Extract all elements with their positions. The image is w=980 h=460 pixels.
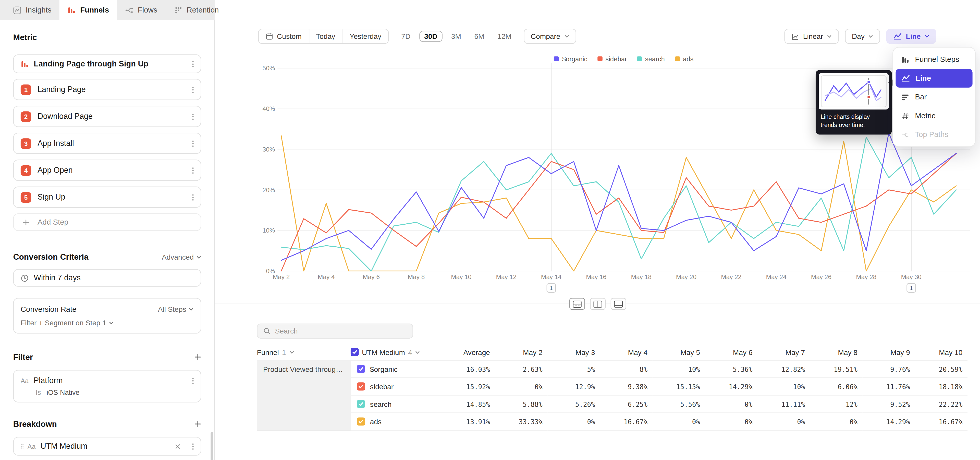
filter-operator[interactable]: Is: [36, 389, 41, 396]
granularity-dropdown[interactable]: Day: [845, 29, 880, 44]
menu-item-line[interactable]: Line: [896, 69, 972, 88]
menu-item-bar[interactable]: Bar: [896, 88, 972, 106]
series-line-ads[interactable]: [281, 136, 956, 271]
series-checkbox[interactable]: [357, 400, 365, 408]
range-6m[interactable]: 6M: [470, 31, 488, 42]
kebab-menu-icon[interactable]: [192, 442, 194, 450]
column-header-may-4[interactable]: May 4: [600, 344, 652, 361]
kebab-menu-icon[interactable]: [192, 166, 194, 174]
sidebar-scrollbar[interactable]: [210, 432, 213, 460]
legend-item-search[interactable]: search: [637, 55, 665, 62]
add-filter-button[interactable]: [194, 354, 201, 361]
menu-item-metric[interactable]: Metric: [896, 106, 972, 125]
cell-value: 5.56%: [652, 396, 705, 413]
kebab-menu-icon[interactable]: [192, 377, 194, 385]
range-3m[interactable]: 3M: [447, 31, 466, 42]
column-header-may-10[interactable]: May 10: [915, 344, 967, 361]
range-group: 7D30D3M6M12M: [397, 31, 516, 42]
layout-toggle-group: [215, 298, 980, 310]
cell-value: 16.67%: [915, 413, 967, 431]
column-header-may-9[interactable]: May 9: [862, 344, 915, 361]
tab-funnels[interactable]: Funnels: [60, 0, 117, 20]
drag-handle-icon[interactable]: [21, 442, 24, 450]
series-row-search[interactable]: search: [351, 396, 435, 413]
series-checkbox[interactable]: [357, 365, 365, 373]
check-icon: [358, 418, 364, 424]
kebab-menu-icon[interactable]: [192, 193, 194, 201]
series-name: search: [370, 400, 392, 407]
funnel-step-download-page[interactable]: 2Download Page: [13, 106, 201, 127]
series-row-ads[interactable]: ads: [351, 413, 435, 431]
funnel-step-sign-up[interactable]: 5Sign Up: [13, 187, 201, 208]
filter-segment-dropdown[interactable]: Filter + Segment on Step 1: [21, 319, 194, 327]
tab-retention[interactable]: Retention: [165, 0, 227, 20]
menu-item-funnel-steps[interactable]: Funnel Steps: [896, 50, 972, 69]
legend-item-ads[interactable]: ads: [675, 55, 694, 62]
kebab-menu-icon[interactable]: [192, 139, 194, 147]
column-header-average[interactable]: Average: [435, 344, 495, 361]
series-line-$organic[interactable]: [281, 133, 956, 260]
cell-value: 12.82%: [757, 361, 810, 378]
range-12m[interactable]: 12M: [493, 31, 516, 42]
column-header-may-8[interactable]: May 8: [810, 344, 862, 361]
cell-value: 0%: [495, 378, 548, 396]
filter-platform-card[interactable]: Aa Platform Is iOS Native: [13, 370, 201, 402]
scale-dropdown[interactable]: Linear: [784, 29, 838, 44]
funnel-column-header[interactable]: Funnel1: [257, 344, 351, 361]
search-input[interactable]: [275, 327, 407, 335]
series-row-sidebar[interactable]: sidebar: [351, 378, 435, 396]
compare-button[interactable]: Compare: [524, 29, 576, 44]
cell-value: 9.52%: [862, 396, 915, 413]
series-checkbox[interactable]: [357, 417, 365, 425]
layout-toggle-layout-split[interactable]: [569, 298, 585, 310]
cell-value: 0%: [547, 413, 600, 431]
column-header-may-3[interactable]: May 3: [547, 344, 600, 361]
kebab-menu-icon[interactable]: [192, 112, 194, 121]
chart-type-dropdown-label: Line: [906, 32, 921, 40]
tab-insights[interactable]: Insights: [5, 0, 60, 20]
filter-value[interactable]: iOS Native: [47, 389, 80, 396]
add-step-button[interactable]: Add Step: [13, 213, 201, 231]
funnel-step-app-open[interactable]: 4App Open: [13, 160, 201, 180]
search-icon: [263, 327, 270, 335]
column-header-may-2[interactable]: May 2: [495, 344, 548, 361]
funnel-card[interactable]: Landing Page through Sign Up: [13, 54, 201, 73]
conversion-window[interactable]: Within 7 days: [13, 269, 201, 287]
funnel-header-label: Funnel: [257, 348, 279, 356]
remove-breakdown-icon[interactable]: [175, 443, 180, 449]
range-7d[interactable]: 7D: [397, 31, 415, 42]
add-breakdown-button[interactable]: [194, 421, 201, 428]
advanced-dropdown[interactable]: Advanced: [162, 253, 201, 261]
cell-value: 9.76%: [862, 361, 915, 378]
group-checkbox[interactable]: [351, 348, 359, 356]
kebab-menu-icon[interactable]: [192, 85, 194, 94]
group-column-header[interactable]: UTM Medium4: [351, 344, 435, 361]
series-line-sidebar[interactable]: [281, 153, 956, 271]
breakdown-utm-card[interactable]: Aa UTM Medium: [13, 437, 201, 455]
legend-item-$organic[interactable]: $organic: [554, 55, 587, 62]
step-number-badge: 2: [21, 111, 32, 122]
date-preset-today[interactable]: Today: [309, 29, 342, 43]
range-30d[interactable]: 30D: [419, 31, 442, 42]
date-preset-yesterday[interactable]: Yesterday: [342, 29, 388, 43]
layout-toggle-layout-columns[interactable]: [590, 298, 605, 310]
x-axis-label: May 12: [496, 273, 517, 280]
column-header-may-5[interactable]: May 5: [652, 344, 705, 361]
kebab-menu-icon[interactable]: [192, 60, 194, 68]
column-header-may-7[interactable]: May 7: [757, 344, 810, 361]
date-preset-custom[interactable]: Custom: [259, 29, 309, 43]
layout-toggle-layout-bottom[interactable]: [610, 298, 626, 310]
series-checkbox[interactable]: [357, 382, 365, 390]
x-axis-label: May 18: [631, 273, 652, 280]
tab-flows[interactable]: Flows: [117, 0, 165, 20]
row-group-cell[interactable]: Product Viewed through P…: [257, 361, 351, 431]
series-row-$organic[interactable]: $organic: [351, 361, 435, 378]
legend-item-sidebar[interactable]: sidebar: [597, 55, 627, 62]
column-header-may-6[interactable]: May 6: [705, 344, 757, 361]
funnel-step-landing-page[interactable]: 1Landing Page: [13, 79, 201, 100]
all-steps-dropdown[interactable]: All Steps: [158, 305, 194, 313]
chevron-down-icon: [924, 34, 929, 39]
chart-type-dropdown[interactable]: Line: [886, 29, 936, 44]
funnel-step-app-install[interactable]: 3App Install: [13, 133, 201, 154]
menu-item-label: Metric: [915, 112, 935, 120]
